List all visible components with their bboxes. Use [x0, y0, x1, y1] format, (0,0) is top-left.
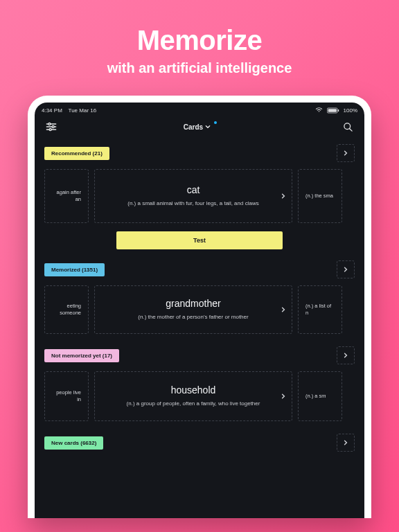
expand-not-memorized[interactable]: [337, 346, 355, 364]
card-peek-left[interactable]: people live in: [44, 371, 89, 421]
svg-point-4: [48, 123, 51, 125]
chevron-right-icon: [281, 303, 286, 316]
deck-selector[interactable]: Cards: [181, 121, 218, 134]
card-title: grandmother: [166, 298, 220, 309]
card-peek-right[interactable]: (n.) the sma: [298, 169, 342, 223]
card-definition: (n.) a group of people, often a family, …: [127, 400, 260, 407]
card-definition: (n.) a small animal with fur, four legs,…: [127, 200, 258, 207]
card-memorized[interactable]: grandmother (n.) the mother of a person'…: [94, 285, 292, 334]
expand-recommended[interactable]: [337, 144, 355, 162]
expand-new-cards[interactable]: [337, 434, 355, 452]
tag-new-cards[interactable]: New cards (6632): [44, 436, 103, 450]
expand-memorized[interactable]: [337, 260, 355, 278]
status-date: Tue Mar 16: [69, 107, 97, 114]
svg-line-10: [350, 128, 352, 130]
nav-title: Cards: [184, 123, 203, 131]
card-snippet: people live in: [52, 389, 81, 403]
app-screen: 4:34 PM Tue Mar 16 100%: [35, 103, 364, 518]
carousel-memorized[interactable]: eeting someone grandmother (n.) the moth…: [35, 281, 364, 341]
tag-memorized[interactable]: Memorized (1351): [44, 263, 105, 276]
carousel-not-memorized[interactable]: people live in household (n.) a group of…: [35, 367, 364, 428]
chevron-down-icon: [205, 124, 211, 130]
wifi-icon: [315, 107, 323, 113]
svg-point-6: [52, 125, 54, 127]
card-peek-right[interactable]: (n.) a sm: [298, 371, 342, 421]
card-recommended[interactable]: cat (n.) a small animal with fur, four l…: [94, 169, 292, 223]
notification-dot: [214, 121, 217, 124]
status-right: 100%: [315, 107, 357, 114]
svg-rect-2: [337, 109, 338, 111]
card-peek-left[interactable]: again after an: [44, 169, 89, 223]
section-header-recommended: Recommended (21): [35, 139, 364, 165]
status-time: 4:34 PM: [42, 107, 62, 114]
card-peek-left[interactable]: eeting someone: [44, 285, 89, 334]
svg-point-8: [49, 128, 51, 130]
card-title: cat: [187, 184, 200, 195]
search-icon[interactable]: [340, 119, 356, 135]
card-snippet: eeting someone: [52, 303, 81, 317]
carousel-recommended[interactable]: again after an cat (n.) a small animal w…: [35, 165, 364, 226]
card-snippet: (n.) a list of n: [305, 303, 335, 317]
status-left: 4:34 PM Tue Mar 16: [42, 107, 96, 114]
card-definition: (n.) the mother of a person's father or …: [138, 313, 248, 321]
test-button[interactable]: Test: [116, 231, 283, 249]
settings-icon[interactable]: [43, 119, 60, 134]
section-header-not-memorized: Not memorized yet (17): [35, 341, 364, 367]
card-snippet: (n.) the sma: [305, 193, 333, 200]
card-snippet: (n.) a sm: [305, 393, 326, 400]
chevron-right-icon: [281, 190, 286, 202]
tag-not-memorized[interactable]: Not memorized yet (17): [44, 349, 119, 362]
section-header-memorized: Memorized (1351): [35, 255, 364, 281]
device-frame: 4:34 PM Tue Mar 16 100%: [28, 96, 371, 518]
nav-bar: Cards: [35, 115, 364, 139]
card-not-memorized[interactable]: household (n.) a group of people, often …: [94, 371, 292, 421]
battery-icon: [327, 107, 339, 114]
tag-recommended[interactable]: Recommended (21): [44, 147, 109, 160]
card-peek-right[interactable]: (n.) a list of n: [298, 285, 342, 334]
section-header-new-cards: New cards (6632): [35, 428, 364, 454]
chevron-right-icon: [281, 390, 286, 402]
hero-title: Memorize: [107, 25, 292, 56]
svg-rect-1: [328, 109, 336, 112]
hero-subtitle: with an artificial intelligence: [107, 60, 292, 76]
card-title: household: [171, 384, 216, 396]
status-bar: 4:34 PM Tue Mar 16 100%: [35, 103, 364, 115]
content-scroll[interactable]: Recommended (21) again after an cat (n.)…: [35, 139, 364, 518]
status-battery: 100%: [344, 107, 357, 114]
card-snippet: again after an: [52, 189, 81, 203]
